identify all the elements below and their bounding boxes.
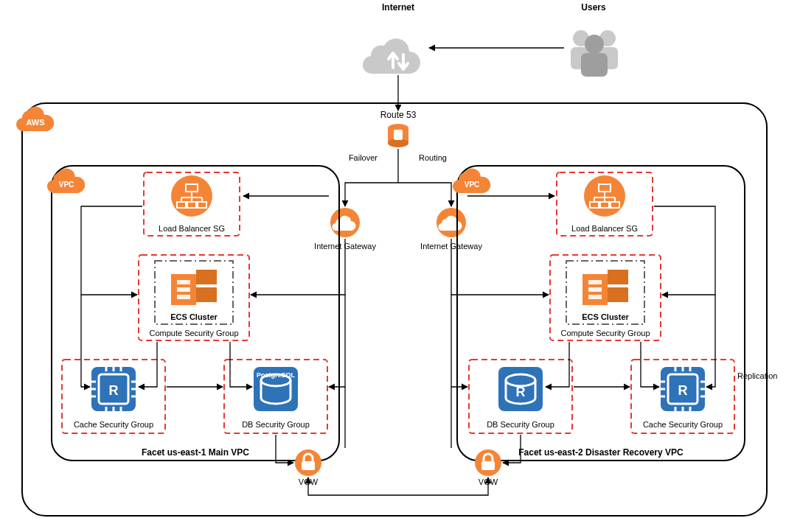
left-ecs-icon (171, 270, 217, 305)
arrow-left-lb-ecs (81, 206, 142, 295)
left-igw-icon (330, 208, 360, 237)
arrow-vgw-vgw (308, 477, 488, 495)
users-icon (571, 30, 618, 77)
left-db-sg-label: DB Security Group (242, 420, 310, 429)
right-cache-sg-label: Cache Security Group (643, 420, 723, 429)
svg-rect-66 (608, 270, 628, 284)
right-cache-badge: R (678, 383, 688, 398)
svg-rect-67 (608, 287, 628, 302)
arrow-right-lb-ecs (654, 206, 715, 295)
route53-to-right-igw (398, 183, 451, 206)
arrow-right-igw-db (451, 295, 467, 387)
right-igw-icon (437, 208, 466, 237)
route53-label: Route 53 (380, 110, 417, 120)
svg-rect-92 (481, 461, 495, 470)
svg-rect-10 (394, 130, 403, 140)
left-vpc: VPC Facet us-east-1 Main VPC Load Balanc… (47, 166, 339, 461)
right-ecs-label: ECS Cluster (582, 312, 629, 321)
left-lb-sg-label: Load Balancer SG (159, 224, 225, 233)
arrow-left-db-vgw (276, 435, 293, 463)
arrow-left-ecs-cache (139, 342, 157, 387)
left-cache-sg-box: R Cache Security Group (62, 360, 165, 433)
users-label: Users (581, 2, 606, 13)
right-compute-sg-box: ECS Cluster Compute Security Group (550, 255, 661, 340)
right-lb-sg-label: Load Balancer SG (571, 224, 638, 233)
route53-icon (388, 124, 408, 147)
arrow-left-igw-db (329, 295, 345, 387)
svg-rect-5 (581, 53, 608, 77)
right-vpc-title: Facet us-east-2 Disaster Recovery VPC (518, 447, 684, 458)
left-cache-badge: R (109, 383, 119, 398)
left-vpc-badge: VPC (59, 181, 74, 189)
left-cache-sg-label: Cache Security Group (74, 420, 153, 429)
right-db-sg-box: R DB Security Group (469, 360, 572, 433)
internet-label: Internet (382, 2, 414, 13)
left-lb-icon (171, 175, 212, 217)
route53-to-left-igw (345, 183, 398, 206)
svg-rect-70 (588, 295, 602, 299)
right-lb-sg-box: Load Balancer SG (557, 172, 653, 236)
svg-rect-28 (196, 270, 217, 284)
svg-rect-69 (588, 287, 602, 292)
svg-rect-32 (177, 295, 190, 299)
right-compute-sg-label: Compute Security Group (560, 329, 650, 337)
left-lb-sg-box: Load Balancer SG (144, 172, 240, 236)
right-db-icon: R (498, 367, 543, 411)
right-cache-icon: R (661, 367, 705, 411)
arrow-right-ecs-db (546, 342, 569, 387)
left-compute-sg-label: Compute Security Group (149, 329, 238, 337)
right-vgw-icon (475, 449, 501, 476)
svg-rect-90 (302, 461, 315, 470)
right-lb-icon (584, 175, 625, 217)
left-vgw-icon (295, 449, 321, 476)
right-db-badge: R (516, 385, 526, 399)
failover-label: Failover (349, 153, 378, 162)
arrow-right-lb-cache (706, 295, 715, 387)
right-db-sg-label: DB Security Group (487, 420, 554, 429)
svg-rect-68 (588, 280, 602, 284)
left-cache-icon: R (91, 367, 136, 411)
left-ecs-label: ECS Cluster (170, 312, 218, 321)
right-vpc: VPC Facet us-east-2 Disaster Recovery VP… (453, 166, 745, 461)
left-vpc-title: Facet us-east-1 Main VPC (142, 447, 249, 458)
routing-label: Routing (419, 153, 447, 162)
right-cache-sg-box: R Cache Security Group (631, 360, 734, 433)
arrow-left-ecs-db (230, 342, 252, 387)
left-compute-sg-box: ECS Cluster Compute Security Group (139, 255, 249, 340)
svg-point-4 (585, 35, 604, 54)
left-db-icon: PostgreSQL (254, 367, 298, 411)
aws-badge-text: AWS (26, 118, 44, 127)
arrow-right-ecs-cache (641, 342, 659, 387)
svg-rect-31 (177, 287, 190, 292)
svg-rect-29 (196, 287, 217, 302)
right-vpc-badge: VPC (465, 181, 480, 189)
right-ecs-icon (582, 270, 628, 305)
replication-label: Replication (737, 371, 777, 380)
arrow-left-lb-cache (81, 295, 90, 387)
left-db-sg-box: PostgreSQL DB Security Group (224, 360, 327, 433)
internet-icon (363, 38, 420, 74)
architecture-diagram: Internet Users AWS Route 53 Failover Rou… (0, 0, 786, 532)
svg-rect-30 (177, 280, 190, 284)
left-db-badge: PostgreSQL (257, 371, 296, 379)
